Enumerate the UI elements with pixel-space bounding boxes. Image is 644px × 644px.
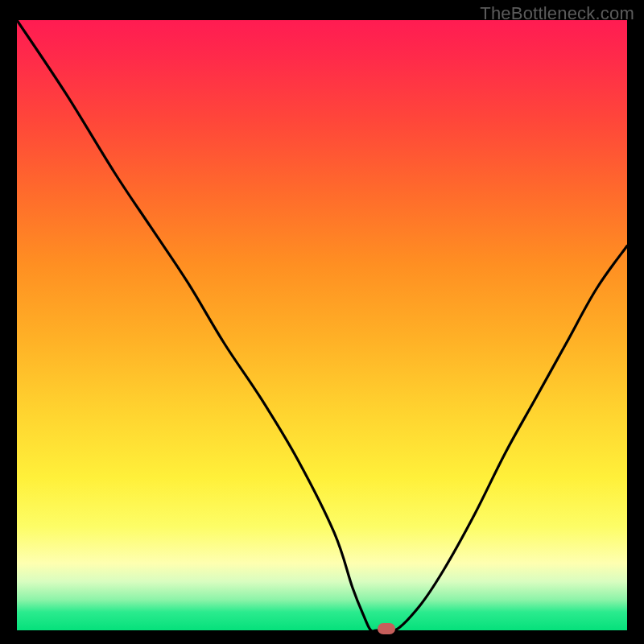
chart-frame: TheBottleneck.com (0, 0, 644, 644)
watermark-text: TheBottleneck.com (480, 3, 634, 24)
minimum-marker (378, 623, 395, 634)
bottleneck-curve (17, 20, 627, 630)
plot-area (17, 20, 627, 630)
